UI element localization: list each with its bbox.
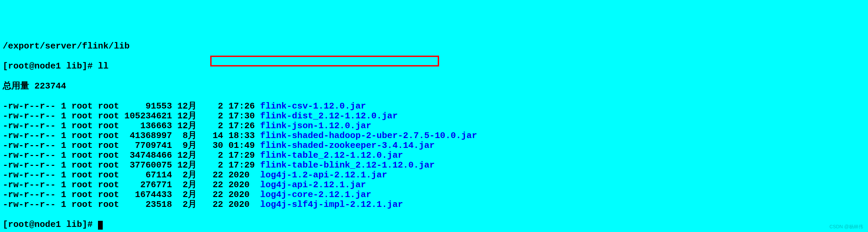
file-meta: -rw-r--r-- 1 root root 1674433 2月 22 202…	[3, 190, 260, 200]
file-row: -rw-r--r-- 1 root root 105234621 12月 2 1…	[3, 111, 865, 121]
file-meta: -rw-r--r-- 1 root root 7709741 9月 30 01:…	[3, 140, 260, 151]
file-row: -rw-r--r-- 1 root root 34748466 12月 2 17…	[3, 151, 865, 160]
file-row: -rw-r--r-- 1 root root 1674433 2月 22 202…	[3, 190, 865, 200]
file-name: flink-dist_2.12-1.12.0.jar	[260, 111, 398, 121]
file-meta: -rw-r--r-- 1 root root 37760075 12月 2 17…	[3, 160, 260, 170]
file-name: flink-csv-1.12.0.jar	[260, 101, 366, 111]
file-name: flink-shaded-zookeeper-3.4.14.jar	[260, 140, 435, 151]
file-row: -rw-r--r-- 1 root root 67114 2月 22 2020 …	[3, 170, 865, 180]
prompt-ll: [root@node1 lib]# ll	[3, 61, 865, 71]
file-meta: -rw-r--r-- 1 root root 67114 2月 22 2020	[3, 170, 260, 180]
file-name: flink-table_2.12-1.12.0.jar	[260, 150, 403, 160]
file-meta: -rw-r--r-- 1 root root 105234621 12月 2 1…	[3, 111, 260, 121]
file-row: -rw-r--r-- 1 root root 41368997 8月 14 18…	[3, 131, 865, 141]
file-row: -rw-r--r-- 1 root root 136663 12月 2 17:2…	[3, 121, 865, 131]
file-meta: -rw-r--r-- 1 root root 23518 2月 22 2020	[3, 199, 260, 210]
file-name: log4j-api-2.12.1.jar	[260, 180, 366, 190]
cursor	[98, 221, 103, 230]
file-meta: -rw-r--r-- 1 root root 91553 12月 2 17:26	[3, 101, 260, 111]
file-listing: -rw-r--r-- 1 root root 91553 12月 2 17:26…	[3, 101, 865, 210]
file-name: flink-json-1.12.0.jar	[260, 121, 371, 131]
file-name: log4j-1.2-api-2.12.1.jar	[260, 170, 387, 180]
file-row: -rw-r--r-- 1 root root 91553 12月 2 17:26…	[3, 101, 865, 111]
file-meta: -rw-r--r-- 1 root root 34748466 12月 2 17…	[3, 150, 260, 160]
file-row: -rw-r--r-- 1 root root 23518 2月 22 2020 …	[3, 200, 865, 210]
watermark: CSDN @杨林伟	[829, 224, 863, 230]
file-name: flink-shaded-hadoop-2-uber-2.7.5-10.0.ja…	[260, 131, 477, 141]
file-name: log4j-slf4j-impl-2.12.1.jar	[260, 199, 403, 210]
file-name: flink-table-blink_2.12-1.12.0.jar	[260, 160, 435, 170]
file-row: -rw-r--r-- 1 root root 276771 2月 22 2020…	[3, 180, 865, 190]
file-meta: -rw-r--r-- 1 root root 41368997 8月 14 18…	[3, 131, 260, 141]
file-row: -rw-r--r-- 1 root root 37760075 12月 2 17…	[3, 160, 865, 170]
file-meta: -rw-r--r-- 1 root root 276771 2月 22 2020	[3, 180, 260, 190]
prompt-end[interactable]: [root@node1 lib]#	[3, 220, 865, 230]
total-line: 总用量 223744	[3, 81, 865, 91]
file-row: -rw-r--r-- 1 root root 7709741 9月 30 01:…	[3, 141, 865, 151]
file-meta: -rw-r--r-- 1 root root 136663 12月 2 17:2…	[3, 121, 260, 131]
file-name: log4j-core-2.12.1.jar	[260, 190, 371, 200]
cwd-path: /export/server/flink/lib	[3, 41, 865, 51]
